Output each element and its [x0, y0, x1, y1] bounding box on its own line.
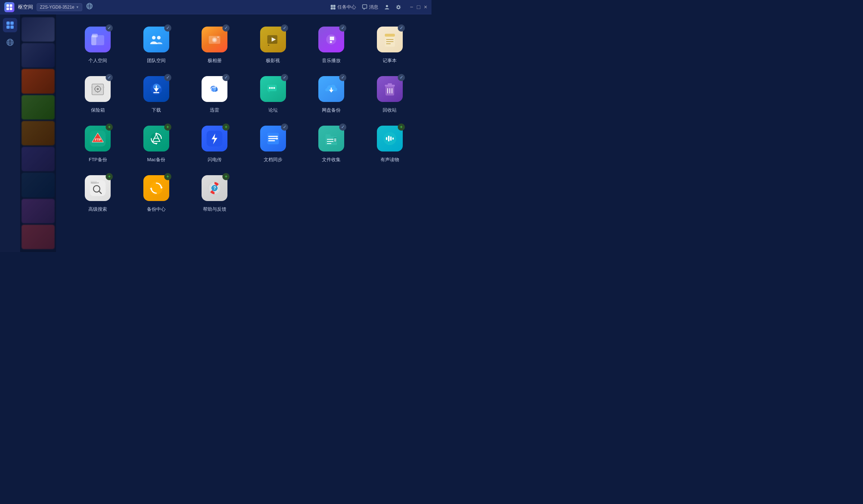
thumbnail-6	[22, 147, 55, 171]
thumbnail-9	[22, 225, 55, 249]
label-trash: 回收站	[383, 107, 397, 113]
app-item-help[interactable]: ? + 帮助与反馈	[187, 174, 242, 213]
svg-text:Advanced: Advanced	[91, 182, 99, 184]
close-button[interactable]: ×	[424, 4, 427, 10]
app-item-video[interactable]: ► ✓ 极影视	[246, 25, 301, 64]
task-center-label: 任务中心	[337, 4, 356, 10]
label-backup-center: 备份中心	[147, 206, 166, 213]
label-photo: 极相册	[208, 57, 222, 64]
app-item-team-space[interactable]: ✓ 团队空间	[129, 25, 184, 64]
app-item-mac-backup[interactable]: + Mac备份	[129, 124, 184, 163]
account-selector[interactable]: Z2S-YGD8-3521e ▼	[37, 3, 82, 11]
messages-label: 消息	[369, 4, 378, 10]
svg-point-29	[157, 36, 161, 39]
app-item-backup-center[interactable]: + 备份中心	[129, 174, 184, 213]
label-audiobook: 有声读物	[380, 157, 399, 163]
label-download: 下载	[152, 107, 161, 113]
app-item-download[interactable]: ✓ 下载	[129, 75, 184, 113]
app-item-backup[interactable]: ✓ 网盘备份	[304, 75, 359, 113]
app-item-file-collect[interactable]: ✓ 文件收集	[304, 124, 359, 163]
app-item-audiobook[interactable]: + 有声读物	[363, 124, 417, 163]
label-mac-backup: Mac备份	[147, 157, 165, 163]
app-icon-wrap-thunder: ✓	[200, 75, 229, 103]
app-item-ftp[interactable]: FTP + FTP备份	[70, 124, 125, 163]
settings-icon[interactable]	[396, 4, 401, 10]
app-item-photo[interactable]: ✓ 极相册	[187, 25, 242, 64]
app-icon-wrap-team-space: ✓	[142, 25, 171, 54]
svg-rect-12	[333, 8, 335, 9]
app-item-doc-sync[interactable]: ✓ 文档同步	[246, 124, 301, 163]
sidebar-item-globe[interactable]	[3, 35, 17, 50]
globe-icon[interactable]	[86, 3, 93, 11]
badge-doc-sync: ✓	[281, 123, 288, 131]
svg-rect-0	[6, 4, 9, 7]
svg-rect-2	[6, 8, 9, 10]
badge-help: +	[222, 173, 230, 180]
svg-rect-11	[331, 8, 333, 9]
chevron-down-icon: ▼	[76, 5, 79, 9]
app-icon-wrap-photo: ✓	[200, 25, 229, 54]
svg-rect-17	[10, 22, 14, 25]
badge-flash-transfer: +	[222, 123, 230, 131]
svg-rect-87	[333, 137, 337, 142]
app-icon-wrap-personal-space: ✓	[83, 25, 112, 54]
svg-rect-93	[388, 136, 389, 141]
app-item-advanced-search[interactable]: Advanced + 高级搜索	[70, 174, 125, 213]
thumbnail-panel	[20, 14, 56, 252]
app-icon-wrap-help: ? +	[200, 174, 229, 202]
label-personal-space: 个人空间	[88, 57, 107, 64]
svg-rect-83	[326, 134, 331, 137]
badge-ftp: +	[106, 123, 113, 131]
badge-forum: ✓	[281, 74, 288, 81]
svg-point-13	[386, 5, 388, 7]
app-icon-wrap-trash: ✓	[375, 75, 404, 103]
messages-button[interactable]: 消息	[362, 4, 378, 10]
title-bar: 枢空间 Z2S-YGD8-3521e ▼ 任务中心	[0, 0, 432, 14]
svg-point-91	[383, 132, 396, 145]
badge-audiobook: +	[398, 123, 405, 131]
svg-rect-51	[91, 86, 93, 88]
badge-personal-space: ✓	[106, 24, 113, 32]
label-doc-sync: 文档同步	[264, 157, 282, 163]
app-item-forum[interactable]: ✓ 论坛	[246, 75, 301, 113]
badge-team-space: ✓	[164, 24, 171, 32]
label-team-space: 团队空间	[147, 57, 166, 64]
badge-photo: ✓	[222, 24, 230, 32]
label-notepad: 记事本	[383, 57, 397, 64]
label-thunder: 迅雷	[210, 107, 219, 113]
badge-notepad: ✓	[398, 24, 405, 32]
app-icon-wrap-mac-backup: +	[142, 124, 171, 153]
app-item-safe[interactable]: ✓ 保险箱	[70, 75, 125, 113]
window-controls: − □ ×	[410, 4, 427, 10]
app-item-notepad[interactable]: ✓ 记事本	[363, 25, 417, 64]
label-backup: 网盘备份	[322, 107, 341, 113]
svg-rect-1	[10, 4, 12, 7]
app-item-trash[interactable]: ✓ 回收站	[363, 75, 417, 113]
app-icon-wrap-backup: ✓	[317, 75, 346, 103]
badge-backup: ✓	[339, 74, 346, 81]
svg-rect-33	[217, 37, 219, 38]
app-item-flash-transfer[interactable]: + 闪电传	[187, 124, 242, 163]
app-icon-wrap-music: ✓	[317, 25, 346, 54]
label-ftp: FTP备份	[89, 157, 107, 163]
app-logo	[4, 2, 14, 12]
account-id: Z2S-YGD8-3521e	[40, 5, 74, 10]
minimize-button[interactable]: −	[410, 4, 413, 10]
restore-button[interactable]: □	[417, 4, 420, 10]
app-item-thunder[interactable]: ✓ 迅雷	[187, 75, 242, 113]
user-icon[interactable]	[384, 4, 390, 10]
thumbnail-2	[22, 43, 55, 67]
sidebar-item-grid[interactable]	[3, 18, 17, 32]
main-container: ✓ 个人空间	[0, 14, 432, 252]
app-item-personal-space[interactable]: ✓ 个人空间	[70, 25, 125, 64]
svg-rect-52	[103, 86, 104, 88]
app-icon-wrap-doc-sync: ✓	[259, 124, 287, 153]
svg-point-61	[273, 87, 275, 89]
app-icon-wrap-ftp: FTP +	[83, 124, 112, 153]
app-item-music[interactable]: ✓ 音乐播放	[304, 25, 359, 64]
app-icon-wrap-download: ✓	[142, 75, 171, 103]
thumbnail-5	[22, 121, 55, 145]
svg-rect-18	[6, 25, 10, 29]
task-center-button[interactable]: 任务中心	[330, 4, 356, 10]
label-help: 帮助与反馈	[203, 206, 226, 213]
